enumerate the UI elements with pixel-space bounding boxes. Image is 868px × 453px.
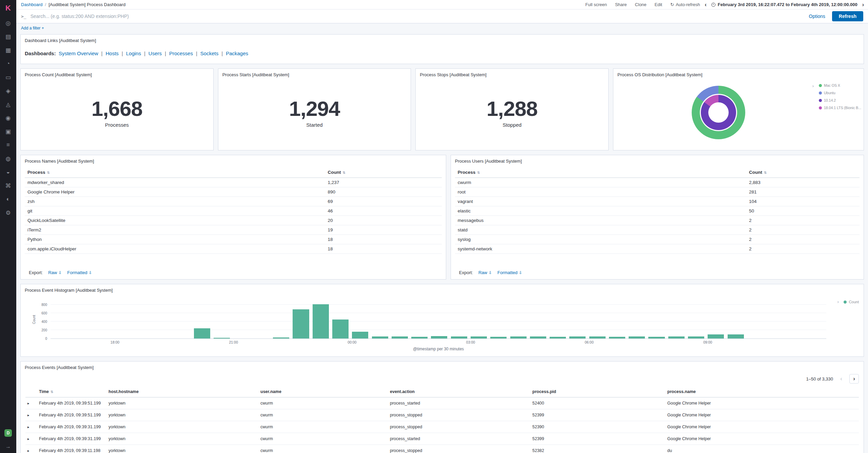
add-filter-link[interactable]: Add a filter + [21,26,44,30]
column-header-action[interactable]: event.action [388,386,530,397]
dashboard-link-sockets[interactable]: Sockets [200,50,218,56]
histogram-bar[interactable] [708,334,724,338]
apm-icon[interactable]: ◍ [0,152,16,165]
histogram-bar[interactable] [648,337,665,338]
time-range-picker[interactable]: February 3rd 2019, 16:22:07.472 to Febru… [711,2,857,7]
time-back-button[interactable]: ‹ [705,2,706,7]
histogram-bar[interactable] [411,337,428,338]
histogram-bar[interactable] [569,336,586,338]
dashboard-icon[interactable]: ▦ [0,43,16,57]
machine-learning-icon[interactable]: ◬ [0,98,16,111]
logs-icon[interactable]: ≡ [0,138,16,152]
expand-row-button[interactable]: ▸ [25,409,37,421]
histogram-bar[interactable] [313,304,329,338]
histogram-bar[interactable] [490,337,507,338]
legend-toggle-icon[interactable]: › [810,83,816,89]
os-donut-chart[interactable] [692,86,745,139]
column-header-time[interactable]: Time⇅ [37,386,106,397]
export-formatted-link[interactable]: Formatted⇩ [67,270,92,275]
expand-row-button[interactable]: ▸ [25,445,37,453]
histogram-bar[interactable] [589,336,606,338]
visualize-icon[interactable]: ▤ [0,30,16,43]
discover-icon[interactable]: ◎ [0,16,16,30]
metric-value: 1,288 [487,97,537,121]
column-header-process[interactable]: Process⇅ [25,167,325,178]
top-menu-clone[interactable]: Clone [635,2,647,7]
histogram-bar[interactable] [530,336,546,338]
column-header-user[interactable]: user.name [258,386,388,397]
export-raw-link[interactable]: Raw⇩ [478,270,492,275]
breadcrumb-dashboard[interactable]: Dashboard [21,2,43,7]
dashboard-links-content: Dashboards: System Overview|Hosts|Logins… [21,45,864,60]
expand-row-button[interactable]: ▸ [25,397,37,409]
histogram-bar[interactable] [392,336,408,338]
graph-icon[interactable]: ◉ [0,111,16,125]
panel-os-distribution: Process OS Distribution [Auditbeat Syste… [613,68,864,150]
refresh-button[interactable]: Refresh [832,11,863,21]
process-events-table: Time⇅ host.hostname user.name event.acti… [25,386,859,453]
dashboard-link-system-overview[interactable]: System Overview [59,50,98,56]
histogram-bar[interactable] [471,336,487,338]
canvas-icon[interactable]: ▭ [0,70,16,84]
auto-refresh-button[interactable]: ↻ Auto-refresh [670,2,700,7]
dashboard-link-processes[interactable]: Processes [169,50,193,56]
histogram-bar[interactable] [194,328,210,338]
sidebar-collapse-icon[interactable]: → [5,444,11,450]
histogram-bar[interactable] [293,309,309,338]
previous-page-button[interactable]: ‹ [836,374,846,384]
legend-item[interactable]: 18.04.1 LTS (Bionic B... [819,106,860,110]
monitoring-icon[interactable]: ◐ [0,192,16,206]
histogram-bar[interactable] [609,337,625,338]
dashboard-link-users[interactable]: Users [149,50,162,56]
next-page-button[interactable]: › [849,374,859,384]
export-raw-link[interactable]: Raw⇩ [48,270,62,275]
maps-icon[interactable]: ◈ [0,84,16,98]
legend-item[interactable]: Mac OS X [819,83,860,87]
dashboard-link-packages[interactable]: Packages [226,50,248,56]
expand-row-button[interactable]: ▸ [25,421,37,433]
legend-toggle-icon[interactable]: › [835,298,841,305]
top-menu-full-screen[interactable]: Full screen [585,2,607,7]
dashboard-link-hosts[interactable]: Hosts [105,50,118,56]
options-link[interactable]: Options [809,14,825,19]
legend-item[interactable]: 10.14.2 [819,98,860,102]
top-menu-edit[interactable]: Edit [655,2,662,7]
kibana-logo[interactable]: K [0,0,16,16]
histogram-bar[interactable] [332,320,349,338]
histogram-bar[interactable] [273,337,289,338]
histogram-bar[interactable] [728,334,744,338]
histogram-bar[interactable] [550,337,566,338]
histogram-bar[interactable] [668,336,685,338]
column-header-process[interactable]: Process⇅ [455,167,746,178]
histogram-bar[interactable] [629,336,645,338]
search-input[interactable] [31,9,805,23]
histogram-bar[interactable] [214,338,230,338]
time-forward-button[interactable]: › [862,2,864,7]
space-badge[interactable]: D [4,429,12,437]
kibana-app: K ◎▤▦◔▭◈◬◉▣≡◍◒⌘◐⚙ D → Dashboard / [Audit… [0,0,868,453]
histogram-bar[interactable] [431,336,447,338]
export-formatted-link[interactable]: Formatted⇩ [497,270,522,275]
top-menu-share[interactable]: Share [615,2,627,7]
uptime-icon[interactable]: ◒ [0,165,16,179]
gridline [51,304,826,305]
dev-tools-icon[interactable]: ⌘ [0,179,16,192]
histogram-bar[interactable] [352,332,368,338]
table-row: Python18 [25,235,442,244]
histogram-bar[interactable] [372,336,388,338]
histogram-bar[interactable] [510,336,527,338]
dashboard-link-logins[interactable]: Logins [126,50,141,56]
expand-row-button[interactable]: ▸ [25,433,37,445]
column-header-host[interactable]: host.hostname [106,386,258,397]
timelion-icon[interactable]: ◔ [0,57,16,70]
histogram-legend-label[interactable]: Count [849,300,859,304]
column-header-name[interactable]: process.name [665,386,859,397]
legend-item[interactable]: Ubuntu [819,91,860,95]
histogram-bar[interactable] [688,336,704,338]
infrastructure-icon[interactable]: ▣ [0,125,16,138]
column-header-count[interactable]: Count⇅ [325,167,441,178]
column-header-count[interactable]: Count⇅ [746,167,860,178]
management-icon[interactable]: ⚙ [0,206,16,220]
histogram-bar[interactable] [451,336,467,338]
column-header-pid[interactable]: process.pid [530,386,665,397]
